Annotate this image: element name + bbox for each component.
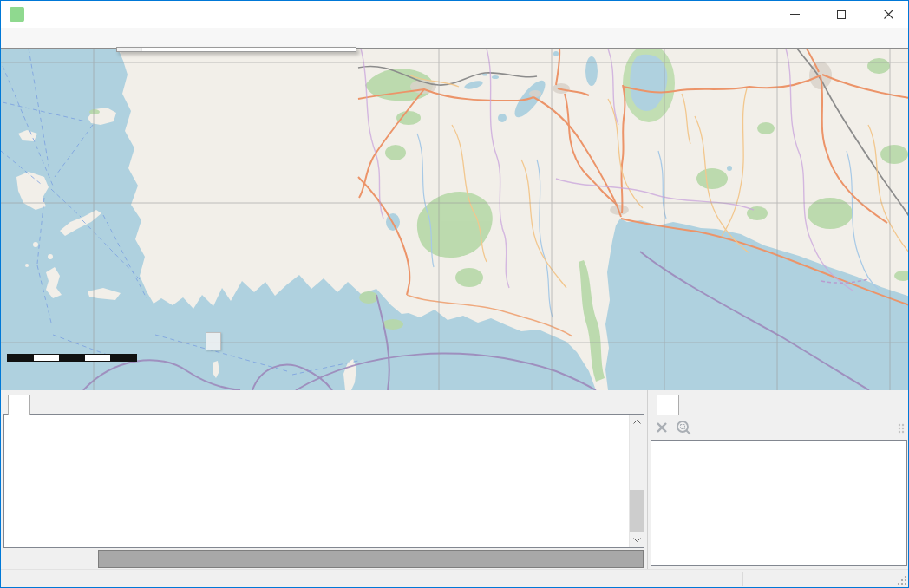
tools-menu — [116, 47, 356, 52]
maximize-button[interactable] — [821, 1, 861, 28]
console-output[interactable] — [3, 414, 644, 548]
menu-bar — [1, 28, 908, 48]
status-bar — [1, 569, 909, 588]
map-view[interactable] — [1, 48, 909, 389]
minimize-icon — [790, 14, 800, 15]
app-logo-icon — [10, 7, 24, 22]
tooltip — [206, 332, 221, 350]
close-icon — [884, 10, 893, 19]
scrollbar-thumb[interactable] — [630, 490, 644, 532]
resize-grip[interactable] — [896, 574, 907, 588]
scale-bar — [7, 351, 137, 362]
scroll-down-icon[interactable] — [630, 532, 644, 547]
title-bar[interactable] — [1, 1, 908, 28]
map-sources-panel — [647, 389, 909, 569]
map-canvas — [1, 49, 909, 390]
remove-source-button[interactable] — [651, 417, 672, 438]
tab-map-sources[interactable] — [657, 395, 679, 415]
tab-commander[interactable] — [8, 395, 30, 415]
maximize-icon — [837, 10, 846, 19]
scale-bar-graphic — [7, 354, 137, 362]
app-window — [0, 0, 909, 588]
close-button[interactable] — [868, 1, 908, 28]
minimize-button[interactable] — [775, 1, 814, 28]
scroll-up-icon[interactable] — [630, 415, 644, 429]
zoom-to-source-button[interactable] — [674, 417, 695, 438]
commander-panel — [1, 389, 647, 569]
toolbar-grip-icon[interactable] — [898, 421, 905, 437]
remove-icon — [654, 420, 670, 435]
magnifier-icon — [675, 419, 694, 436]
status-separator — [742, 572, 743, 586]
console-scrollbar[interactable] — [629, 415, 644, 547]
map-sources-toolbar — [648, 415, 909, 439]
command-prompt-input[interactable] — [98, 550, 644, 568]
map-sources-list — [651, 440, 907, 566]
